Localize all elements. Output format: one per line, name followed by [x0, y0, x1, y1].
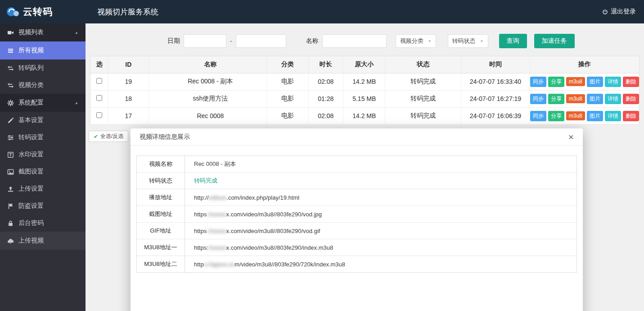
- modal-header: 视频详细信息展示 ×: [131, 128, 583, 146]
- sync-button[interactable]: 同步: [530, 111, 546, 121]
- delete-button[interactable]: 删除: [623, 111, 639, 121]
- detail-label: M3U8地址一: [137, 239, 185, 256]
- date-to-input[interactable]: [236, 34, 286, 48]
- row-checkbox[interactable]: [96, 95, 102, 101]
- detail-row: 转码状态 转码完成: [137, 173, 577, 189]
- sidebar-item-screenshot-settings[interactable]: 截图设置: [0, 163, 86, 180]
- detail-value: https://xxxxxx.com/video/m3u8//803fe290/…: [185, 223, 577, 239]
- table-row: 17 Rec 0008 电影 02:08 14.2 MB 转码完成 24-07-…: [90, 107, 639, 124]
- sidebar-item-basic-settings[interactable]: 基本设置: [0, 112, 86, 129]
- detail-value: 转码完成: [185, 173, 577, 189]
- row-select-cell: [90, 73, 108, 90]
- detail-row: 截图地址 https://xxxxxx.com/video/m3u8//803f…: [137, 206, 577, 223]
- top-navbar: 云转码 视频切片服务系统 退出登录: [0, 0, 644, 23]
- date-label: 日期: [167, 37, 180, 45]
- column-header: 选: [90, 56, 108, 73]
- sidebar-item-watermark-settings[interactable]: 水印设置: [0, 146, 86, 163]
- sidebar-item-label: 后台密码: [18, 219, 44, 227]
- sidebar-item-label: 基本设置: [18, 116, 44, 124]
- delete-button[interactable]: 删除: [623, 94, 639, 104]
- sidebar-item-label: 系统配置: [18, 99, 44, 107]
- date-separator: -: [230, 37, 232, 45]
- column-header: 原大小: [343, 56, 385, 73]
- row-checkbox[interactable]: [96, 112, 102, 118]
- detail-button[interactable]: 详情: [605, 77, 621, 87]
- close-icon[interactable]: ×: [568, 132, 574, 142]
- m3u8-button[interactable]: m3u8: [566, 77, 585, 86]
- detail-label: 截图地址: [137, 206, 185, 223]
- cloud-upload-icon: [7, 238, 14, 244]
- sidebar-item-video-list[interactable]: 视频列表▲: [0, 23, 86, 41]
- image-icon: [7, 169, 14, 175]
- sidebar-item-label: 防盗设置: [18, 202, 44, 210]
- detail-label: 转码状态: [137, 173, 185, 189]
- cell-name: ssh使用方法: [149, 90, 267, 107]
- sidebar-item-label: 水印设置: [18, 151, 44, 159]
- share-button[interactable]: 分享: [548, 111, 564, 121]
- cell-status: 转码完成: [385, 73, 461, 90]
- list-icon: [7, 47, 14, 54]
- column-header: 分类: [267, 56, 308, 73]
- sliders-icon: [7, 134, 14, 141]
- m3u8-button[interactable]: m3u8: [566, 94, 585, 103]
- detail-value: https://qqxxx.com/video/m3u8//803fe290/7…: [185, 256, 577, 273]
- sidebar-item-admin-password[interactable]: 后台密码: [0, 215, 86, 232]
- cell-id: 17: [108, 107, 149, 124]
- image-button[interactable]: 图片: [587, 111, 603, 121]
- detail-button[interactable]: 详情: [605, 94, 621, 104]
- detail-row: 播放地址 http://xx6xxx.com/index.php/play/19…: [137, 189, 577, 206]
- gear-icon: [7, 100, 14, 106]
- sidebar-item-video-categories[interactable]: 视频分类: [0, 77, 86, 94]
- detail-label: M3U8地址二: [137, 256, 185, 273]
- cell-time: 24-07-07 16:27:19: [461, 90, 530, 107]
- logout-label: 退出登录: [611, 8, 636, 16]
- sidebar-item-system-config[interactable]: 系统配置▲: [0, 94, 86, 112]
- sidebar-item-transcode-queue[interactable]: 转码队列: [0, 59, 86, 77]
- exchange-icon: [7, 82, 14, 89]
- select-all-button[interactable]: ✔ 全选/反选: [89, 131, 128, 142]
- sync-button[interactable]: 同步: [530, 94, 546, 104]
- image-button[interactable]: 图片: [587, 94, 603, 104]
- cell-actions: 同步分享m3u8图片详情删除: [530, 90, 639, 107]
- detail-label: GIF地址: [137, 223, 185, 239]
- m3u8-button[interactable]: m3u8: [566, 111, 585, 120]
- name-search-input[interactable]: [322, 34, 387, 48]
- logout-button[interactable]: 退出登录: [602, 8, 644, 16]
- sidebar-item-upload-video[interactable]: 上传视频: [0, 232, 86, 250]
- accelerate-task-button[interactable]: 加速任务: [534, 34, 575, 48]
- edit-icon: [7, 117, 14, 124]
- cell-size: 5.15 MB: [343, 90, 385, 107]
- image-button[interactable]: 图片: [587, 77, 603, 87]
- share-button[interactable]: 分享: [548, 77, 564, 87]
- sidebar-item-transcode-settings[interactable]: 转码设置: [0, 129, 86, 146]
- sync-button[interactable]: 同步: [530, 77, 546, 87]
- category-select[interactable]: 视频分类 ▼: [396, 34, 436, 48]
- row-checkbox[interactable]: [96, 78, 102, 84]
- share-button[interactable]: 分享: [548, 94, 564, 104]
- sidebar-item-upload-settings[interactable]: 上传设置: [0, 180, 86, 197]
- delete-button[interactable]: 删除: [623, 77, 639, 87]
- sidebar-item-label: 上传视频: [18, 237, 44, 245]
- detail-button[interactable]: 详情: [605, 111, 621, 121]
- check-icon: ✔: [94, 133, 98, 140]
- cell-category: 电影: [267, 107, 308, 124]
- date-from-input[interactable]: [184, 34, 226, 48]
- status-select[interactable]: 转码状态 ▼: [448, 34, 488, 48]
- sidebar-item-antitheft-settings[interactable]: 防盗设置: [0, 197, 86, 215]
- cell-size: 14.2 MB: [343, 107, 385, 124]
- cell-duration: 01:28: [308, 90, 343, 107]
- video-table: 选ID名称分类时长原大小状态时间操作 19 Rec 0008 - 副本 电影 0…: [90, 56, 639, 125]
- sidebar-item-label: 视频列表: [18, 28, 44, 37]
- detail-value: Rec 0008 - 副本: [185, 156, 577, 173]
- sidebar-item-all-videos[interactable]: 所有视频: [0, 41, 86, 59]
- query-button[interactable]: 查询: [499, 34, 527, 48]
- detail-row: M3U8地址一 https://xxxxxx.com/video/m3u8//8…: [137, 239, 577, 256]
- power-icon: [602, 9, 608, 15]
- video-detail-modal: 视频详细信息展示 × 视频名称 Rec 0008 - 副本转码状态 转码完成播放…: [131, 128, 583, 311]
- cell-actions: 同步分享m3u8图片详情删除: [530, 107, 639, 124]
- cell-time: 24-07-07 16:33:40: [461, 73, 530, 90]
- column-header: ID: [108, 56, 149, 73]
- sidebar-item-label: 上传设置: [18, 185, 44, 193]
- column-header: 名称: [149, 56, 267, 73]
- cell-name: Rec 0008: [149, 107, 267, 124]
